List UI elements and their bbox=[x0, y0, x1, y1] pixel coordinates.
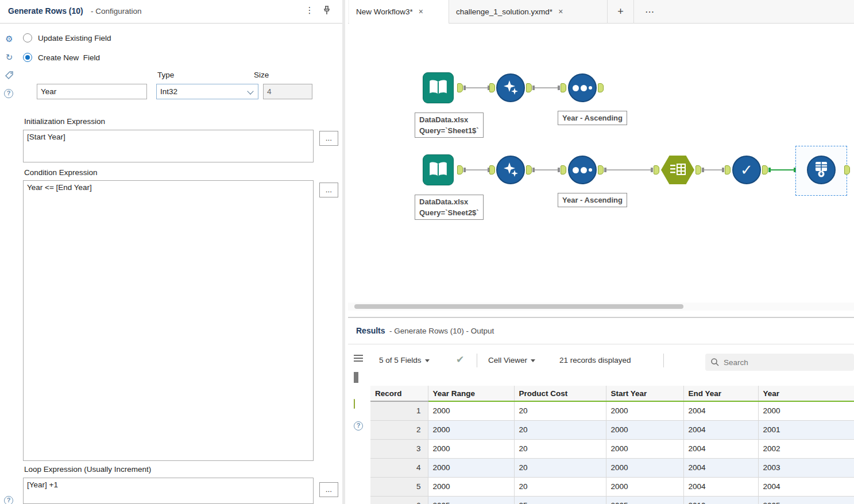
column-header[interactable]: Product Cost bbox=[514, 386, 606, 401]
output-anchor[interactable] bbox=[598, 165, 604, 175]
record-cell[interactable]: 3 bbox=[370, 439, 428, 458]
size-input[interactable] bbox=[263, 84, 312, 99]
input-anchor[interactable] bbox=[489, 165, 495, 175]
select-tool[interactable]: ✓ bbox=[732, 156, 761, 184]
close-icon[interactable]: × bbox=[558, 0, 563, 24]
radio-update-existing-field[interactable]: Update Existing Field bbox=[23, 33, 195, 44]
cleanse-tool[interactable] bbox=[496, 73, 525, 102]
data-cell[interactable]: 25 bbox=[514, 496, 606, 504]
radio-circle-selected[interactable] bbox=[23, 53, 32, 62]
condition-expression-editor-button[interactable]: ... bbox=[319, 183, 338, 197]
record-cell[interactable]: 1 bbox=[370, 401, 428, 420]
connection-wire[interactable] bbox=[464, 169, 489, 170]
data-cell[interactable]: 2004 bbox=[683, 401, 758, 420]
field-name-input[interactable] bbox=[37, 84, 147, 99]
data-cell[interactable]: 2000 bbox=[606, 420, 683, 439]
apply-check-icon[interactable]: ✔ bbox=[456, 354, 464, 366]
radio-circle-unselected[interactable] bbox=[23, 33, 32, 42]
data-cell[interactable]: 2010 bbox=[683, 496, 758, 504]
data-cell[interactable]: 2000 bbox=[606, 401, 683, 420]
type-select[interactable]: Int32 bbox=[156, 84, 258, 99]
input-anchor[interactable] bbox=[489, 83, 495, 92]
column-header[interactable]: End Year bbox=[683, 386, 758, 401]
data-cell[interactable]: 2004 bbox=[683, 420, 758, 439]
column-header[interactable]: Start Year bbox=[606, 386, 683, 401]
record-cell[interactable]: 6 bbox=[370, 496, 428, 504]
refresh-icon[interactable]: ↻ bbox=[4, 52, 14, 63]
help-icon-bottom[interactable]: ? bbox=[4, 496, 13, 504]
selected-connection-wire[interactable] bbox=[769, 169, 795, 170]
data-cell[interactable]: 20 bbox=[514, 420, 606, 439]
data-cell[interactable]: 2000 bbox=[606, 477, 683, 496]
initialization-expression-editor-button[interactable]: ... bbox=[319, 131, 338, 146]
generate-rows-tool[interactable] bbox=[807, 156, 836, 184]
data-cell[interactable]: 20 bbox=[514, 439, 606, 458]
tag-icon[interactable] bbox=[4, 71, 14, 81]
data-cell[interactable]: 2005 bbox=[428, 496, 514, 504]
input-data-tool-sheet1[interactable] bbox=[423, 72, 454, 103]
connection-wire[interactable] bbox=[702, 169, 724, 170]
tab-overflow-menu-icon[interactable]: ⋯ bbox=[635, 0, 664, 24]
search-input[interactable] bbox=[724, 354, 851, 371]
pin-icon[interactable] bbox=[322, 5, 334, 18]
input-data-annotation-sheet1[interactable]: DataData.xlsx Query=`Sheet1$` bbox=[415, 113, 484, 138]
panel-layout-icon[interactable] bbox=[354, 373, 358, 382]
scrollbar-thumb[interactable] bbox=[354, 304, 683, 309]
connection-wire[interactable] bbox=[605, 169, 652, 170]
data-cell[interactable]: 2001 bbox=[758, 420, 854, 439]
data-cell[interactable]: 2000 bbox=[428, 439, 514, 458]
output-anchor[interactable] bbox=[844, 165, 850, 175]
output-anchor[interactable] bbox=[526, 83, 532, 92]
input-data-tool-sheet2[interactable] bbox=[423, 154, 454, 185]
data-cell[interactable]: 2000 bbox=[428, 420, 514, 439]
canvas-horizontal-scrollbar[interactable] bbox=[348, 303, 854, 311]
search-box[interactable] bbox=[705, 354, 854, 371]
record-cell[interactable]: 5 bbox=[370, 477, 428, 496]
radio-create-new-field[interactable]: Create New Field bbox=[23, 52, 195, 64]
panel-menu-icon[interactable]: ⋮ bbox=[303, 5, 316, 18]
output-anchor[interactable] bbox=[762, 165, 768, 175]
initialization-expression-input[interactable]: [Start Year] bbox=[23, 130, 314, 162]
tab-challenge-1-solution[interactable]: challenge_1_solution.yxmd*× bbox=[449, 0, 608, 24]
data-cell[interactable]: 2000 bbox=[428, 458, 514, 477]
data-cell[interactable]: 2000 bbox=[606, 458, 683, 477]
connection-wire[interactable] bbox=[533, 87, 559, 88]
input-anchor[interactable] bbox=[561, 165, 566, 175]
help-icon[interactable]: ? bbox=[354, 421, 363, 431]
cell-viewer-dropdown[interactable]: Cell Viewer bbox=[488, 356, 535, 365]
record-cell[interactable]: 4 bbox=[370, 458, 428, 477]
data-cell[interactable]: 2005 bbox=[758, 496, 854, 504]
column-header[interactable]: Record bbox=[370, 386, 428, 401]
gear-icon[interactable]: ⚙ bbox=[4, 34, 14, 44]
column-header[interactable]: Year Range bbox=[428, 386, 514, 401]
output-anchor[interactable] bbox=[695, 165, 701, 175]
condition-expression-input[interactable]: Year <= [End Year] bbox=[23, 180, 314, 461]
data-cell[interactable]: 2003 bbox=[758, 458, 854, 477]
sort-annotation-2[interactable]: Year - Ascending bbox=[558, 193, 627, 207]
column-header[interactable]: Year bbox=[758, 386, 854, 401]
help-icon[interactable]: ? bbox=[4, 89, 13, 98]
output-anchor[interactable] bbox=[457, 165, 463, 175]
data-cell[interactable]: 2000 bbox=[428, 401, 514, 420]
close-icon[interactable]: × bbox=[419, 0, 423, 24]
workflow-canvas[interactable]: DataData.xlsx Query=`Sheet1$` Year - Asc… bbox=[348, 24, 854, 301]
fields-dropdown[interactable]: 5 of 5 Fields bbox=[379, 356, 430, 365]
connection-wire[interactable] bbox=[533, 169, 559, 170]
sort-tool-1[interactable] bbox=[568, 73, 597, 102]
output-anchor[interactable] bbox=[457, 83, 463, 92]
data-cell[interactable]: 2005 bbox=[606, 496, 683, 504]
cleanse-tool-2[interactable] bbox=[496, 156, 525, 184]
list-view-icon[interactable] bbox=[354, 355, 363, 363]
data-cell[interactable]: 2004 bbox=[683, 477, 758, 496]
data-cell[interactable]: 2004 bbox=[683, 458, 758, 477]
output-anchor[interactable] bbox=[526, 165, 532, 175]
data-cell[interactable]: 2000 bbox=[606, 439, 683, 458]
data-cell[interactable]: 20 bbox=[514, 401, 606, 420]
input-anchor[interactable] bbox=[561, 83, 566, 92]
find-replace-tool[interactable] bbox=[661, 156, 694, 184]
data-cell[interactable]: 2000 bbox=[428, 477, 514, 496]
input-anchor[interactable] bbox=[725, 165, 731, 175]
output-anchor[interactable] bbox=[598, 83, 604, 92]
new-tab-button[interactable]: + bbox=[608, 0, 634, 24]
sort-tool-2[interactable] bbox=[568, 156, 597, 184]
